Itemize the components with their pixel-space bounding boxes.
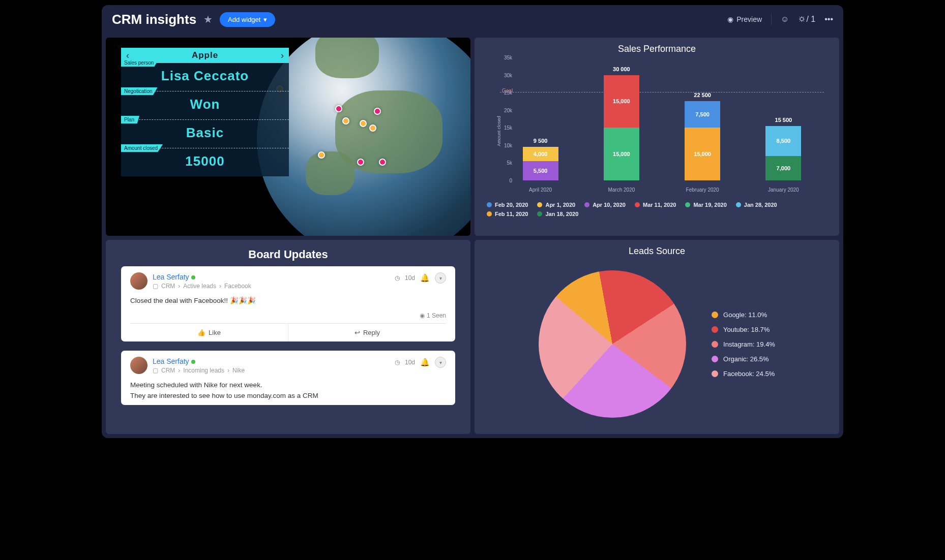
bar-total: 15 500 xyxy=(775,117,792,123)
pie-legend-label: Instagram: 19.4% xyxy=(723,340,775,348)
pie-legend-item: Facebook: 24.5% xyxy=(712,370,775,378)
crumb[interactable]: CRM xyxy=(161,367,175,374)
board-updates-widget: Board Updates Lea Serfaty ▢ CRM › Active… xyxy=(106,240,470,434)
update-actions: 👍Like ↩Reply xyxy=(130,323,446,341)
legend-label: Jan 18, 2020 xyxy=(545,211,578,217)
pie-legend-dot xyxy=(712,356,718,362)
avatar[interactable] xyxy=(130,357,147,374)
seen-count: 1 Seen xyxy=(427,312,446,319)
pie-legend-item: Instagram: 19.4% xyxy=(712,340,775,348)
comment-icon[interactable]: ☺ xyxy=(781,15,789,24)
people-icon[interactable]: ⛭/ 1 xyxy=(798,15,815,24)
info-company: Apple xyxy=(192,50,218,60)
bar-segment: 8,500 xyxy=(765,126,801,156)
map-pin[interactable] xyxy=(374,108,381,115)
info-value: Won xyxy=(121,97,289,112)
eye-icon: ◉ xyxy=(420,312,425,319)
avatar[interactable] xyxy=(130,272,147,290)
reply-icon: ↩ xyxy=(355,329,360,336)
preview-button[interactable]: ◉ Preview xyxy=(727,15,762,23)
eye-icon: ◉ xyxy=(727,15,733,23)
pie-title: Leads Source xyxy=(475,240,839,260)
pie-legend-dot xyxy=(712,312,718,318)
bar-segment: 15,000 xyxy=(604,128,639,180)
chart-legend: Feb 20, 2020Apr 1, 2020Apr 10, 2020Mar 1… xyxy=(475,200,839,222)
crumb[interactable]: Active leads xyxy=(183,283,216,290)
x-label: January 2020 xyxy=(765,187,801,193)
legend-dot xyxy=(635,202,640,207)
bar-total: 9 500 xyxy=(534,138,548,144)
crumb[interactable]: Facebook xyxy=(224,283,251,290)
legend-label: Feb 11, 2020 xyxy=(495,211,528,217)
legend-dot xyxy=(487,202,492,207)
app-frame: CRM insights ★ Add widget ▾ ◉ Preview ☺ … xyxy=(102,5,843,438)
add-widget-label: Add widget xyxy=(228,16,260,23)
crumb[interactable]: CRM xyxy=(161,283,175,290)
update-header: Lea Serfaty ▢ CRM › Active leads › Faceb… xyxy=(130,272,446,290)
sales-performance-widget: Sales Performance Amount closed 05k10k15… xyxy=(475,38,839,236)
people-glyph: ⛭ xyxy=(798,15,806,23)
bar-total: 30 000 xyxy=(613,66,630,72)
legend-dot xyxy=(736,202,741,207)
preview-label: Preview xyxy=(736,15,762,23)
crumb[interactable]: Nike xyxy=(232,367,245,374)
bar-group[interactable]: 15,0007,50022 500 xyxy=(685,101,720,180)
header-bar: CRM insights ★ Add widget ▾ ◉ Preview ☺ … xyxy=(102,5,843,34)
info-value: 15000 xyxy=(121,153,289,169)
map-pin[interactable] xyxy=(342,117,349,125)
update-author[interactable]: Lea Serfaty xyxy=(153,357,189,365)
pie-legend-label: Youtube: 18.7% xyxy=(723,326,770,333)
legend-item: Mar 11, 2020 xyxy=(635,202,676,208)
info-row: Plan Basic xyxy=(121,119,289,148)
pie-wrap: Google: 11.0%Youtube: 18.7%Instagram: 19… xyxy=(475,260,839,428)
update-menu-button[interactable]: ▾ xyxy=(435,272,446,284)
legend-dot xyxy=(537,202,542,207)
pie-legend-item: Youtube: 18.7% xyxy=(712,326,775,333)
globe[interactable] xyxy=(257,38,470,236)
reply-button[interactable]: ↩Reply xyxy=(288,324,446,341)
x-label: February 2020 xyxy=(685,187,720,193)
like-button[interactable]: 👍Like xyxy=(130,324,288,341)
breadcrumb: ▢ CRM › Active leads › Facebook xyxy=(153,283,251,290)
bell-icon[interactable]: 🔔 xyxy=(420,358,430,367)
legend-item: Apr 10, 2020 xyxy=(584,202,626,208)
legend-dot xyxy=(584,202,589,207)
more-menu-icon[interactable]: ••• xyxy=(824,15,833,24)
update-time: 10d xyxy=(405,359,415,366)
info-row: Negotication Won xyxy=(121,91,289,119)
update-card: Lea Serfaty ▢ CRM › Incoming leads › Nik… xyxy=(121,351,455,405)
bar-group[interactable]: 5,5004,0009 500 xyxy=(523,147,558,180)
chevron-down-icon: ▾ xyxy=(263,16,267,23)
map-pin[interactable] xyxy=(369,125,376,132)
map-pin[interactable] xyxy=(318,151,325,159)
x-axis: April 2020March 2020February 2020January… xyxy=(500,187,824,193)
next-lead-icon[interactable]: › xyxy=(281,50,284,61)
bar-segment: 4,000 xyxy=(523,147,558,161)
legend-item: Feb 20, 2020 xyxy=(487,202,528,208)
update-menu-button[interactable]: ▾ xyxy=(435,357,446,368)
seen-row: ◉1 Seen xyxy=(130,310,446,323)
map-pin[interactable] xyxy=(335,105,342,112)
leads-source-widget: Leads Source Google: 11.0%Youtube: 18.7%… xyxy=(475,240,839,434)
favorite-star-icon[interactable]: ★ xyxy=(203,13,213,25)
bar-group[interactable]: 15,00015,00030 000 xyxy=(604,75,639,180)
update-meta: ◷10d 🔔 ▾ xyxy=(395,357,446,368)
info-value: Basic xyxy=(121,125,289,141)
people-count: / 1 xyxy=(806,15,815,23)
update-card: Lea Serfaty ▢ CRM › Active leads › Faceb… xyxy=(121,266,455,341)
map-pin[interactable] xyxy=(360,120,367,127)
pie-legend-item: Organic: 26.5% xyxy=(712,355,775,363)
x-label: April 2020 xyxy=(523,187,558,193)
update-author[interactable]: Lea Serfaty xyxy=(153,273,189,281)
crumb[interactable]: Incoming leads xyxy=(183,367,224,374)
lead-info-card: ‹ Apple › Sales person Lisa CeccatoNegot… xyxy=(121,48,289,176)
bell-icon[interactable]: 🔔 xyxy=(420,273,430,283)
board-icon: ▢ xyxy=(153,367,158,374)
header-actions: ◉ Preview ☺ ⛭/ 1 ••• xyxy=(727,14,833,25)
bar-group[interactable]: 7,0008,50015 500 xyxy=(765,126,801,180)
bar-segment: 5,500 xyxy=(523,161,558,180)
updates-title: Board Updates xyxy=(106,240,470,266)
dashboard-grid: ‹ Apple › Sales person Lisa CeccatoNegot… xyxy=(102,34,843,438)
updates-list: Lea Serfaty ▢ CRM › Active leads › Faceb… xyxy=(106,266,470,415)
add-widget-button[interactable]: Add widget ▾ xyxy=(220,12,275,27)
